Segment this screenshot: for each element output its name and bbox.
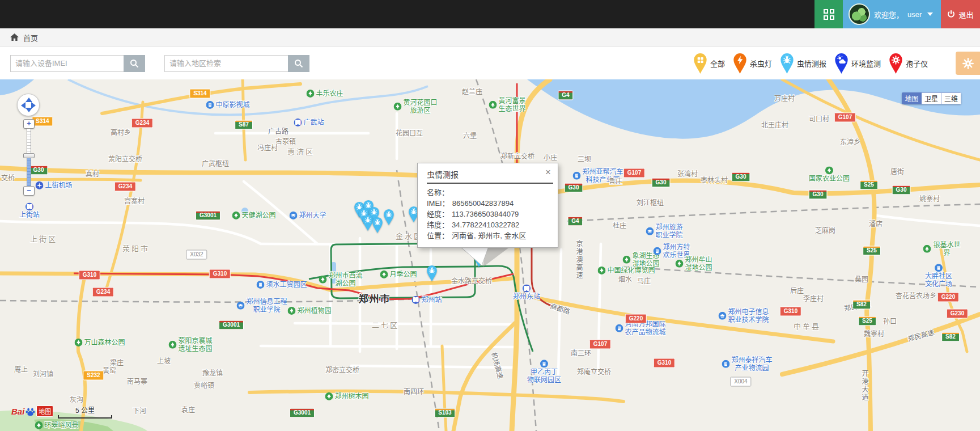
map-label: 甲乙丙丁 物联网园区 — [527, 360, 561, 384]
biz-icon — [653, 247, 661, 255]
map-label: 黄窑 — [103, 367, 116, 375]
apps-menu-button[interactable] — [814, 0, 843, 28]
map-label: 郑州信息工程 职业学院 — [236, 298, 287, 314]
park-icon — [232, 212, 240, 219]
scale-bar — [58, 415, 112, 419]
map-label: 北王庄村 — [761, 121, 788, 129]
park-icon — [319, 276, 326, 284]
map-label: 郑州市 — [359, 294, 391, 305]
map-label: 天健湖公园 — [232, 212, 275, 219]
map-label: 中国绿化博览园 — [597, 267, 655, 274]
region-search-input[interactable] — [164, 55, 288, 72]
map-label: 郑州树木园 — [325, 392, 368, 400]
region-search-button[interactable] — [288, 55, 309, 72]
map-label: 贾峪镇 — [194, 382, 214, 390]
imei-search-button[interactable] — [124, 55, 145, 72]
map-label: 金水路立交桥 — [451, 277, 492, 285]
map-label: 宫寨村 — [124, 197, 145, 205]
pan-up-icon[interactable] — [26, 98, 32, 102]
road-badge: S314 — [189, 89, 210, 99]
map-label: 中牟县 — [794, 322, 821, 331]
road-badge: G234 — [131, 119, 153, 128]
filter-label: 全部 — [710, 58, 725, 69]
map-type-3d[interactable]: 三维 — [941, 92, 961, 104]
map-label: 刘江枢纽 — [637, 199, 664, 207]
map-label: 刘河镇 — [33, 370, 53, 378]
road-badge: G220 — [937, 293, 959, 302]
zoom-slider-handle[interactable] — [23, 153, 35, 158]
filter-grid[interactable]: 全部 — [693, 53, 725, 74]
road-badge: G3001 — [219, 320, 244, 330]
map-label: 国家农业公园 — [809, 166, 850, 183]
logout-button[interactable]: 退出 — [941, 0, 980, 28]
map-label: 南四环 — [404, 388, 424, 396]
map-label: 郑密立交桥 — [325, 366, 359, 374]
power-icon — [947, 10, 955, 18]
map-label: 杜庄 — [613, 222, 626, 230]
biz-icon — [540, 360, 548, 367]
baidu-logo-suffix: 地图 — [36, 405, 53, 417]
device-pin-bug[interactable] — [426, 265, 438, 284]
park-icon — [597, 267, 605, 274]
svg-text:M: M — [27, 204, 32, 210]
imei-search-input[interactable] — [10, 55, 124, 72]
map-label: 荥阳京襄城 遗址生态园 — [168, 337, 212, 353]
settings-button[interactable] — [956, 52, 980, 75]
map-label: 唐街 — [890, 168, 904, 176]
map-label: M郑州站 — [411, 296, 442, 304]
filter-bug[interactable]: 虫情测报 — [779, 53, 826, 74]
grid-icon — [824, 9, 834, 20]
road-badge: X004 — [730, 377, 751, 387]
zoom-in-button[interactable]: + — [23, 119, 35, 129]
device-filters: 全部杀虫灯虫情测报环境监测孢子仪 — [685, 47, 928, 79]
pan-left-icon[interactable] — [21, 102, 26, 109]
user-menu[interactable]: 欢迎您， user — [843, 0, 941, 28]
map-label: 黄河富景 生态世界 — [489, 97, 525, 113]
map-type-satellite[interactable]: 卫星 — [922, 92, 941, 104]
road-badge: G30 — [892, 185, 911, 195]
map-label: 荥阳市 — [122, 244, 150, 253]
metro-icon: M — [523, 284, 531, 292]
pan-right-icon[interactable] — [31, 102, 36, 109]
map-label: 六堡 — [463, 132, 477, 140]
baidu-logo-text: Bai — [11, 407, 24, 416]
map-label: 广武枢纽 — [202, 160, 229, 168]
school-icon — [289, 212, 297, 219]
map-label: 开港大道 — [860, 370, 868, 402]
map-type-map[interactable]: 地图 — [902, 92, 922, 104]
map-label: 三坝 — [578, 155, 591, 163]
breadcrumb-home[interactable]: 首页 — [23, 32, 38, 43]
map-label: 上街机场 — [35, 181, 72, 189]
filter-label: 杀虫灯 — [750, 58, 772, 69]
device-pin-bug[interactable] — [371, 217, 384, 236]
pan-compass[interactable] — [17, 94, 40, 116]
map-label: 姚寨村 — [919, 195, 940, 203]
filter-bolt[interactable]: 杀虫灯 — [732, 53, 772, 74]
zoom-track-lower[interactable] — [27, 158, 31, 186]
school-icon — [718, 312, 726, 320]
close-icon[interactable]: × — [545, 168, 551, 176]
popup-row: 位置：河南省, 郑州市, 金水区 — [427, 230, 550, 241]
device-pin-bug[interactable] — [383, 209, 395, 228]
map-label: 梁庄 — [110, 359, 124, 367]
map-label: 魏寨村 — [864, 330, 884, 338]
road-badge: G220 — [625, 314, 647, 324]
map-label: 月季公园 — [380, 271, 417, 278]
map-label: 赵兰庄 — [462, 88, 482, 96]
map-label: 郑州市西流 湖公园 — [319, 272, 362, 288]
map-viewport[interactable]: 丰乐农庄赵兰庄黄河花园口 旅游区黄河富景 生态世界中原影视城M广武站高村乡广古路… — [0, 79, 980, 431]
filter-label: 孢子仪 — [906, 58, 928, 69]
map-label: 京港澳高速 — [575, 240, 583, 280]
welcome-text: 欢迎您， — [874, 9, 903, 20]
zoom-out-button[interactable]: − — [23, 186, 35, 196]
road-badge: G107 — [623, 168, 645, 178]
filter-weather[interactable]: 环境监测 — [834, 53, 881, 74]
zoom-track-upper[interactable] — [27, 129, 31, 154]
filter-gear[interactable]: 孢子仪 — [888, 53, 928, 74]
road-badge: S25 — [860, 180, 878, 190]
avatar — [849, 3, 870, 25]
svg-text:M: M — [524, 286, 529, 291]
park-icon — [622, 256, 630, 264]
park-icon — [923, 245, 931, 253]
map-label: 南三环 — [571, 349, 591, 357]
